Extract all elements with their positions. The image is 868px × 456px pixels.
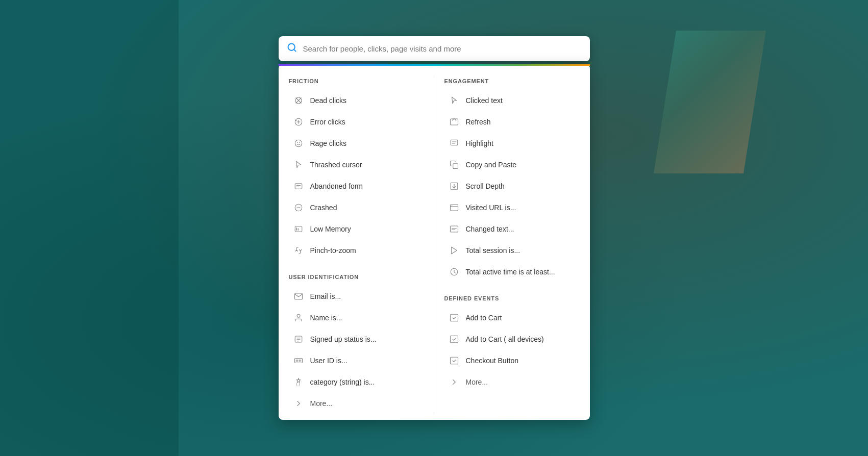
menu-item-add-to-cart-all[interactable]: Add to Cart ( all devices)	[444, 329, 580, 349]
menu-item-total-active-time[interactable]: Total active time is at least...	[444, 262, 580, 282]
error-clicks-label: Error clicks	[310, 118, 345, 126]
checkout-button-label: Checkout Button	[466, 357, 519, 365]
right-section-gap	[444, 283, 580, 293]
thrashed-cursor-icon	[293, 159, 304, 170]
scroll-depth-icon	[449, 181, 460, 192]
svg-rect-9	[295, 184, 302, 189]
svg-rect-29	[451, 140, 458, 145]
clicked-text-icon	[449, 95, 460, 106]
rage-clicks-icon	[293, 138, 304, 149]
menu-item-copy-paste[interactable]: Copy and Paste	[444, 155, 580, 175]
abandoned-form-label: Abandoned form	[310, 182, 363, 190]
category-icon: { }	[293, 376, 304, 388]
error-clicks-icon	[293, 116, 304, 128]
menu-item-scroll-depth[interactable]: Scroll Depth	[444, 176, 580, 196]
right-column: ENGAGEMENT Clicked text Refresh	[434, 76, 590, 415]
menu-item-add-to-cart[interactable]: Add to Cart	[444, 308, 580, 328]
signed-up-label: Signed up status is...	[310, 335, 377, 343]
search-input[interactable]	[303, 44, 582, 53]
search-dropdown: FRICTION Dead clicks Error clicks	[279, 64, 590, 420]
background-shape-left	[0, 0, 179, 456]
menu-item-dead-clicks[interactable]: Dead clicks	[289, 90, 424, 111]
user-id-icon	[293, 355, 304, 366]
dead-clicks-icon	[293, 95, 304, 106]
svg-rect-44	[450, 336, 458, 343]
left-section-gap	[289, 262, 424, 272]
svg-point-6	[295, 140, 302, 147]
refresh-label: Refresh	[466, 118, 491, 126]
pinch-to-zoom-icon	[293, 245, 304, 256]
signed-up-icon	[293, 334, 304, 345]
crashed-label: Crashed	[310, 204, 337, 212]
menu-item-highlight[interactable]: Highlight	[444, 133, 580, 154]
menu-item-name[interactable]: Name is...	[289, 308, 424, 328]
highlight-label: Highlight	[466, 139, 493, 147]
total-session-icon	[449, 245, 460, 256]
svg-marker-41	[451, 247, 457, 254]
dead-clicks-label: Dead clicks	[310, 96, 347, 105]
more-right-icon	[449, 376, 460, 388]
svg-point-17	[297, 314, 300, 317]
thrashed-cursor-label: Thrashed cursor	[310, 161, 362, 169]
copy-paste-label: Copy and Paste	[466, 161, 517, 169]
menu-item-abandoned-form[interactable]: Abandoned form	[289, 176, 424, 196]
clicked-text-label: Clicked text	[466, 96, 503, 105]
menu-item-user-id[interactable]: User ID is...	[289, 350, 424, 371]
search-icon	[287, 42, 297, 55]
refresh-icon	[449, 116, 460, 128]
highlight-icon	[449, 138, 460, 149]
total-active-time-icon	[449, 266, 460, 277]
user-id-label: User ID is...	[310, 357, 348, 365]
user-identification-title: USER IDENTIFICATION	[289, 274, 424, 280]
defined-events-title: DEFINED EVENTS	[444, 295, 580, 301]
changed-text-icon	[449, 223, 460, 235]
svg-line-1	[293, 49, 295, 52]
more-left-label: More...	[310, 399, 333, 408]
abandoned-form-icon	[293, 181, 304, 192]
svg-rect-38	[450, 226, 458, 232]
low-memory-label: Low Memory	[310, 225, 351, 233]
menu-item-visited-url[interactable]: Visited URL is...	[444, 197, 580, 218]
svg-rect-32	[453, 164, 458, 169]
total-active-time-label: Total active time is at least...	[466, 268, 555, 276]
menu-item-refresh[interactable]: Refresh	[444, 112, 580, 132]
menu-item-thrashed-cursor[interactable]: Thrashed cursor	[289, 155, 424, 175]
total-session-label: Total session is...	[466, 246, 520, 255]
email-icon	[293, 291, 304, 302]
svg-rect-35	[450, 205, 458, 211]
menu-item-category[interactable]: { } category (string) is...	[289, 372, 424, 392]
main-container: FRICTION Dead clicks Error clicks	[279, 36, 590, 420]
name-icon	[293, 312, 304, 323]
menu-item-signed-up[interactable]: Signed up status is...	[289, 329, 424, 349]
menu-item-email[interactable]: Email is...	[289, 286, 424, 307]
add-to-cart-all-label: Add to Cart ( all devices)	[466, 335, 544, 343]
name-label: Name is...	[310, 314, 342, 322]
menu-item-rage-clicks[interactable]: Rage clicks	[289, 133, 424, 154]
more-left-icon	[293, 398, 304, 409]
visited-url-icon	[449, 202, 460, 213]
search-bar	[279, 36, 590, 61]
menu-item-total-session[interactable]: Total session is...	[444, 240, 580, 261]
friction-title: FRICTION	[289, 78, 424, 84]
menu-item-more-right[interactable]: More...	[444, 372, 580, 392]
email-label: Email is...	[310, 292, 341, 300]
copy-paste-icon	[449, 159, 460, 170]
more-right-label: More...	[466, 378, 488, 386]
crashed-icon	[293, 202, 304, 213]
left-column: FRICTION Dead clicks Error clicks	[279, 76, 434, 415]
svg-point-37	[451, 205, 452, 206]
menu-item-pinch-to-zoom[interactable]: Pinch-to-zoom	[289, 240, 424, 261]
add-to-cart-icon	[449, 312, 460, 323]
menu-item-checkout-button[interactable]: Checkout Button	[444, 350, 580, 371]
menu-item-error-clicks[interactable]: Error clicks	[289, 112, 424, 132]
svg-text:{ }: { }	[296, 382, 300, 386]
checkout-button-icon	[449, 355, 460, 366]
menu-item-crashed[interactable]: Crashed	[289, 197, 424, 218]
menu-item-clicked-text[interactable]: Clicked text	[444, 90, 580, 111]
svg-rect-28	[450, 119, 458, 125]
add-to-cart-all-icon	[449, 334, 460, 345]
menu-item-low-memory[interactable]: Low Memory	[289, 219, 424, 239]
menu-item-changed-text[interactable]: Changed text...	[444, 219, 580, 239]
svg-rect-45	[450, 357, 458, 364]
menu-item-more-left[interactable]: More...	[289, 393, 424, 414]
